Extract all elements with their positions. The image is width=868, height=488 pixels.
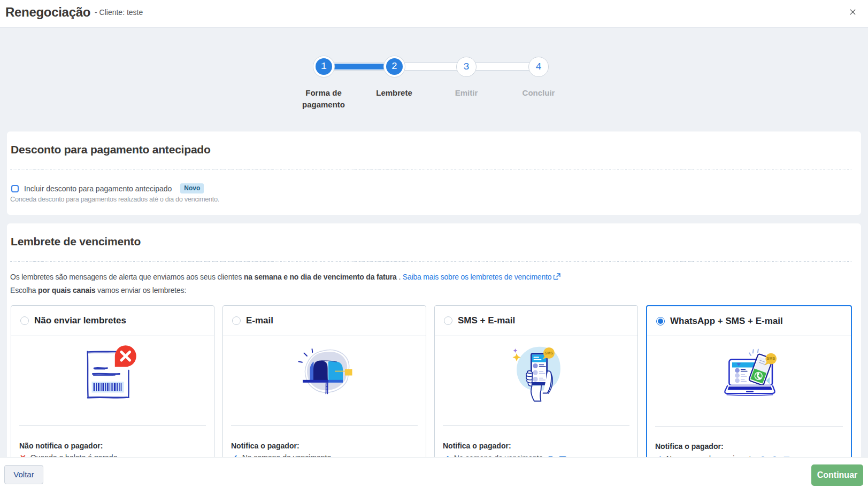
svg-text:SMS: SMS: [767, 357, 775, 360]
svg-text:SMS: SMS: [544, 351, 553, 355]
